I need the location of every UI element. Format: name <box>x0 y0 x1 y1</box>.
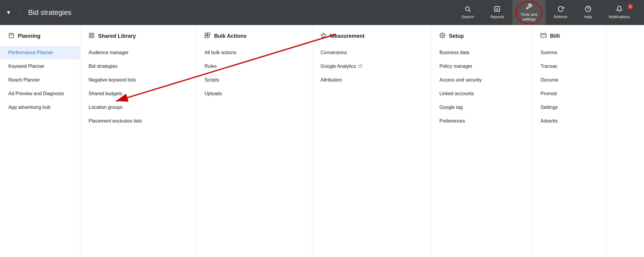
measurement-item-analytics[interactable]: Google Analytics <box>312 59 431 73</box>
page-title: Bid strategies <box>28 8 71 17</box>
svg-rect-8 <box>9 33 14 38</box>
notifications-nav-label: Notifications <box>609 15 630 19</box>
bulk-item-all[interactable]: All bulk actions <box>196 46 312 59</box>
tools-nav-label: Tools andsettings <box>521 12 537 21</box>
billing-column: Billi Summa Transac Docume Promoti Setti… <box>532 25 607 257</box>
shared-library-column: Shared Library Audience manager Bid stra… <box>80 25 196 257</box>
svg-point-22 <box>442 35 443 36</box>
measurement-icon <box>321 32 326 40</box>
search-nav-label: Search <box>462 15 474 19</box>
shared-library-header-label: Shared Library <box>98 33 136 39</box>
svg-line-21 <box>360 64 362 66</box>
bulk-actions-header: Bulk Actions <box>196 32 312 46</box>
planning-column: Planning Performance Planner Keyword Pla… <box>0 25 80 257</box>
topbar-left: ▼ Bid strategies <box>6 7 71 18</box>
billing-item-transac[interactable]: Transac <box>532 59 606 73</box>
shared-item-placement[interactable]: Placement exclusion lists <box>80 114 196 128</box>
topbar-nav: Search Reports Tools andsettings Refresh <box>453 0 638 25</box>
setup-item-policy[interactable]: Policy manager <box>431 59 532 73</box>
setup-item-preferences[interactable]: Preferences <box>431 114 532 128</box>
menu-panel: Planning Performance Planner Keyword Pla… <box>0 25 644 257</box>
setup-icon <box>439 32 445 40</box>
setup-header-label: Setup <box>449 33 464 39</box>
billing-icon <box>541 32 546 40</box>
topbar-divider <box>20 7 20 18</box>
planning-item-app[interactable]: App advertising hub <box>0 101 80 114</box>
help-nav-btn[interactable]: Help <box>576 0 600 25</box>
notification-badge: 1 <box>628 4 633 9</box>
billing-header-label: Billi <box>550 33 560 39</box>
setup-item-business[interactable]: Business data <box>431 46 532 59</box>
svg-rect-15 <box>92 36 94 38</box>
bulk-item-rules[interactable]: Rules <box>196 59 312 73</box>
tools-settings-nav-btn[interactable]: Tools andsettings <box>512 0 546 25</box>
measurement-item-attribution[interactable]: Attribution <box>312 73 431 87</box>
svg-rect-12 <box>89 33 91 35</box>
planning-item-reach[interactable]: Reach Planner <box>0 73 80 87</box>
bulk-actions-header-label: Bulk Actions <box>214 33 246 39</box>
notifications-nav-btn[interactable]: 1 Notifications <box>600 0 638 25</box>
billing-item-docume[interactable]: Docume <box>532 73 606 87</box>
svg-rect-16 <box>205 33 208 35</box>
analytics-label: Google Analytics <box>321 64 356 69</box>
shared-item-budgets[interactable]: Shared budgets <box>80 87 196 101</box>
billing-item-settings[interactable]: Settings <box>532 101 606 114</box>
svg-rect-18 <box>205 36 208 38</box>
planning-header-icon <box>8 32 14 40</box>
setup-column: Setup Business data Policy manager Acces… <box>431 25 532 257</box>
reports-nav-label: Reports <box>491 15 504 19</box>
help-icon <box>585 6 591 13</box>
planning-item-performance[interactable]: Performance Planner <box>0 46 80 59</box>
measurement-column: Measurement Conversions Google Analytics… <box>312 25 431 257</box>
billing-item-summary[interactable]: Summa <box>532 46 606 59</box>
planning-item-adpreview[interactable]: Ad Preview and Diagnosis <box>0 87 80 101</box>
svg-point-0 <box>466 7 469 11</box>
reports-nav-btn[interactable]: Reports <box>482 0 513 25</box>
refresh-icon <box>557 6 564 13</box>
billing-item-promoti[interactable]: Promoti <box>532 87 606 101</box>
search-nav-btn[interactable]: Search <box>453 0 482 25</box>
bulk-actions-column: Bulk Actions All bulk actions Rules Scri… <box>196 25 312 257</box>
svg-rect-13 <box>92 33 94 35</box>
measurement-header: Measurement <box>312 32 431 46</box>
setup-item-access[interactable]: Access and security <box>431 73 532 87</box>
shared-item-negative-keywords[interactable]: Negative keyword lists <box>80 73 196 87</box>
setup-item-linked[interactable]: Linked accounts <box>431 87 532 101</box>
topbar: ▼ Bid strategies Search Reports Tools an… <box>0 0 644 25</box>
notifications-icon <box>616 6 623 13</box>
planning-item-keyword[interactable]: Keyword Planner <box>0 59 80 73</box>
setup-item-gtag[interactable]: Google tag <box>431 101 532 114</box>
shared-library-icon <box>89 32 95 40</box>
planning-header-label: Planning <box>18 33 40 39</box>
planning-header: Planning <box>0 32 80 46</box>
setup-header: Setup <box>431 32 532 46</box>
shared-library-header: Shared Library <box>80 32 196 46</box>
svg-rect-14 <box>89 36 91 38</box>
svg-rect-17 <box>208 33 210 35</box>
billing-item-advertis[interactable]: Advertis <box>532 114 606 128</box>
svg-rect-23 <box>541 33 546 37</box>
shared-item-audience[interactable]: Audience manager <box>80 46 196 59</box>
shared-item-bid-strategies[interactable]: Bid strategies <box>80 59 196 73</box>
refresh-nav-label: Refresh <box>554 15 568 19</box>
billing-header: Billi <box>532 32 606 46</box>
tools-icon <box>526 3 532 11</box>
bulk-item-uploads[interactable]: Uploads <box>196 87 312 101</box>
help-nav-label: Help <box>584 15 592 19</box>
bulk-actions-icon <box>205 32 211 40</box>
bulk-item-scripts[interactable]: Scripts <box>196 73 312 87</box>
shared-item-location[interactable]: Location groups <box>80 101 196 114</box>
reports-icon <box>494 6 500 13</box>
svg-line-1 <box>469 10 470 12</box>
measurement-item-conversions[interactable]: Conversions <box>312 46 431 59</box>
refresh-nav-btn[interactable]: Refresh <box>546 0 576 25</box>
dropdown-arrow[interactable]: ▼ <box>6 10 11 16</box>
external-link-icon <box>358 64 362 69</box>
measurement-header-label: Measurement <box>330 33 365 39</box>
search-icon <box>464 6 471 13</box>
